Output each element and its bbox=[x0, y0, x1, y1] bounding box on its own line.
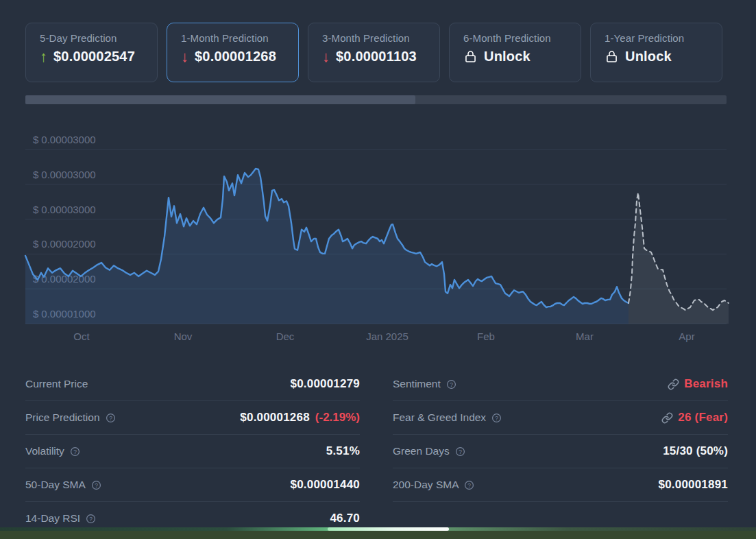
direction-arrow-icon: ↑ bbox=[40, 49, 47, 64]
stat-value: 5.51% bbox=[326, 444, 360, 458]
link-icon[interactable] bbox=[668, 379, 679, 390]
stat-label-wrap: Green Days ? bbox=[393, 445, 465, 457]
stat-label: Price Prediction bbox=[25, 411, 100, 424]
stat-label-wrap: Sentiment ? bbox=[393, 378, 456, 390]
x-axis-label: Jan 2025 bbox=[366, 331, 409, 342]
stat-row-price-prediction: Price Prediction ? $0.00001268 (-2.19%) bbox=[25, 401, 360, 435]
right-edge-strip bbox=[751, 0, 756, 539]
stat-value: $0.00001279 bbox=[291, 377, 360, 391]
prediction-card-6-month-prediction[interactable]: 6-Month Prediction Unlock bbox=[449, 23, 581, 82]
stat-label-wrap: Price Prediction ? bbox=[25, 411, 116, 424]
link-icon[interactable] bbox=[661, 412, 673, 424]
direction-arrow-icon: ↓ bbox=[322, 49, 330, 64]
prediction-card-value-row: ↓ $0.00001268 bbox=[181, 49, 298, 64]
stat-value-wrap: 26 (Fear) bbox=[661, 411, 728, 424]
bottom-section-edge bbox=[0, 527, 756, 539]
svg-text:?: ? bbox=[89, 515, 93, 522]
price-chart: $0.00003000$0.00003000$0.00003000$0.0000… bbox=[0, 110, 756, 350]
help-icon[interactable]: ? bbox=[106, 413, 116, 423]
prediction-area bbox=[629, 193, 729, 324]
stat-row-sentiment: Sentiment ? Bearish bbox=[393, 368, 728, 401]
help-icon[interactable]: ? bbox=[91, 480, 101, 490]
stat-label-wrap: 50-Day SMA ? bbox=[25, 479, 101, 491]
y-axis-label: $0.00003000 bbox=[33, 134, 96, 145]
stat-row-current-price: Current Price $0.00001279 bbox=[25, 368, 360, 401]
prediction-card-3-month-prediction[interactable]: 3-Month Prediction ↓ $0.00001103 bbox=[308, 23, 440, 82]
stat-value: 15/30 (50%) bbox=[663, 444, 728, 458]
prediction-cards: 5-Day Prediction ↑ $0.00002547 1-Month P… bbox=[25, 23, 722, 82]
y-axis-label: $0.00003000 bbox=[33, 204, 96, 215]
x-axis-label: Mar bbox=[576, 331, 594, 342]
svg-text:?: ? bbox=[495, 414, 498, 421]
stat-label: 50-Day SMA bbox=[25, 479, 86, 491]
x-axis-label: Apr bbox=[679, 331, 694, 342]
stat-label: 14-Day RSI bbox=[25, 512, 80, 525]
stat-value: $0.00001440 bbox=[291, 478, 360, 492]
stat-value-wrap: 15/30 (50%) bbox=[663, 444, 728, 458]
stat-label: Sentiment bbox=[393, 378, 441, 390]
x-axis-label: Oct bbox=[73, 331, 90, 342]
prediction-card-value-row: ↓ $0.00001103 bbox=[322, 49, 439, 64]
help-icon[interactable]: ? bbox=[491, 413, 502, 423]
stat-label: Volatility bbox=[25, 445, 64, 457]
svg-text:?: ? bbox=[73, 448, 77, 455]
svg-text:?: ? bbox=[450, 381, 453, 387]
prediction-card-value: $0.00001268 bbox=[195, 49, 276, 64]
prediction-card-label: 1-Year Prediction bbox=[605, 32, 722, 44]
prediction-card-value: $0.00002547 bbox=[53, 49, 135, 64]
stat-value[interactable]: 26 (Fear) bbox=[678, 411, 728, 424]
stat-value-wrap: 46.70 bbox=[330, 512, 360, 525]
stat-value-wrap: $0.00001279 bbox=[291, 377, 360, 391]
stat-value-change: (-2.19%) bbox=[315, 411, 360, 424]
stat-label-wrap: Fear & Greed Index ? bbox=[393, 411, 502, 424]
x-axis-label: Dec bbox=[276, 331, 295, 342]
prediction-card-1-month-prediction[interactable]: 1-Month Prediction ↓ $0.00001268 bbox=[167, 23, 299, 82]
stat-value: $0.00001268 bbox=[240, 411, 309, 424]
lock-icon bbox=[605, 49, 619, 64]
stats-column-left: Current Price $0.00001279 Price Predicti… bbox=[25, 368, 360, 536]
stat-label: 200-Day SMA bbox=[393, 479, 459, 491]
stat-label: Current Price bbox=[25, 378, 88, 390]
prediction-card-label: 3-Month Prediction bbox=[322, 32, 439, 44]
stat-label: Fear & Greed Index bbox=[393, 411, 486, 424]
prediction-card-value: Unlock bbox=[625, 49, 672, 64]
stat-row-green-days: Green Days ? 15/30 (50%) bbox=[393, 435, 728, 468]
svg-text:?: ? bbox=[109, 414, 112, 421]
svg-text:?: ? bbox=[459, 448, 462, 455]
next-section-edge bbox=[0, 531, 756, 539]
stat-row-200-day-sma: 200-Day SMA ? $0.00001891 bbox=[393, 468, 728, 502]
prediction-card-value-row: Unlock bbox=[605, 49, 722, 64]
stat-label-wrap: 14-Day RSI ? bbox=[25, 512, 96, 525]
prediction-card-5-day-prediction[interactable]: 5-Day Prediction ↑ $0.00002547 bbox=[25, 23, 158, 82]
prediction-card-label: 5-Day Prediction bbox=[40, 32, 157, 44]
prediction-card-value: $0.00001103 bbox=[336, 49, 417, 64]
stat-row-50-day-sma: 50-Day SMA ? $0.00001440 bbox=[25, 468, 360, 502]
stat-value-wrap: $0.00001891 bbox=[659, 478, 728, 492]
help-icon[interactable]: ? bbox=[70, 446, 80, 457]
svg-text:?: ? bbox=[468, 481, 472, 488]
help-icon[interactable]: ? bbox=[86, 514, 96, 524]
help-icon[interactable]: ? bbox=[455, 446, 465, 457]
prediction-card-1-year-prediction[interactable]: 1-Year Prediction Unlock bbox=[590, 23, 722, 82]
stat-row-fear-greed-index: Fear & Greed Index ? 26 (Fear) bbox=[393, 401, 728, 435]
stat-value-wrap: 5.51% bbox=[326, 444, 360, 458]
price-prediction-panel: 5-Day Prediction ↑ $0.00002547 1-Month P… bbox=[0, 0, 756, 539]
stats-column-right: Sentiment ? Bearish bbox=[393, 368, 728, 502]
y-axis-label: $0.00002000 bbox=[33, 238, 96, 250]
stat-label: Green Days bbox=[393, 445, 450, 457]
help-icon[interactable]: ? bbox=[446, 379, 456, 390]
stat-label-wrap: Current Price bbox=[25, 378, 88, 390]
x-axis-label: Feb bbox=[477, 331, 495, 342]
help-icon[interactable]: ? bbox=[464, 480, 474, 490]
stat-value-wrap: $0.00001268 (-2.19%) bbox=[240, 411, 360, 424]
stat-value[interactable]: Bearish bbox=[684, 377, 728, 391]
chart-horizontal-scrollbar-thumb[interactable] bbox=[25, 95, 415, 104]
svg-text:?: ? bbox=[95, 481, 98, 488]
stat-row-volatility: Volatility ? 5.51% bbox=[25, 435, 360, 468]
stat-value-wrap: $0.00001440 bbox=[291, 478, 360, 492]
chart-horizontal-scrollbar-track[interactable] bbox=[25, 95, 727, 104]
prediction-card-label: 1-Month Prediction bbox=[181, 32, 298, 44]
direction-arrow-icon: ↓ bbox=[181, 49, 188, 64]
prediction-card-value: Unlock bbox=[484, 49, 531, 64]
prediction-card-label: 6-Month Prediction bbox=[463, 32, 581, 44]
